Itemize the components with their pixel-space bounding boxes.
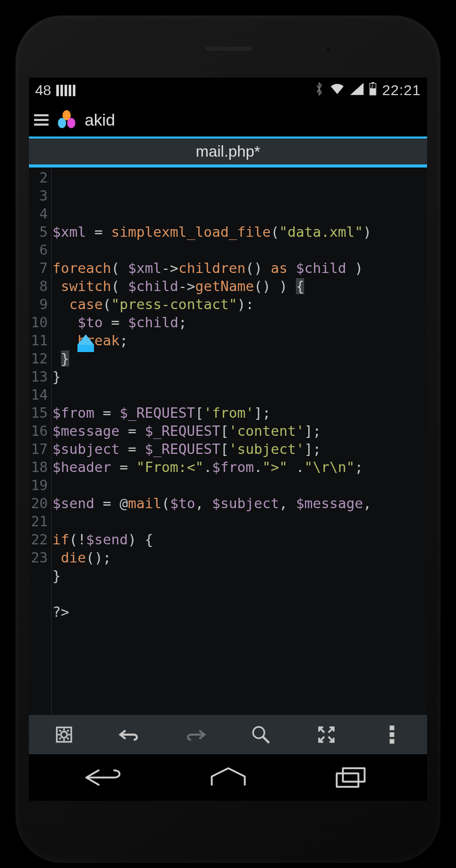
code-line[interactable]: } — [53, 368, 427, 386]
code-line[interactable]: ?> — [53, 603, 427, 621]
svg-point-5 — [67, 118, 75, 128]
home-button[interactable] — [202, 765, 254, 790]
line-number: 6 — [31, 241, 48, 259]
code-editor[interactable]: 234567891011121314151617181920212223 $xm… — [29, 167, 427, 715]
line-number-gutter: 234567891011121314151617181920212223 — [29, 167, 52, 715]
code-line[interactable]: } — [53, 349, 427, 368]
svg-rect-11 — [390, 740, 394, 743]
svg-rect-10 — [390, 733, 394, 736]
line-number: 18 — [31, 458, 48, 476]
battery-charging-icon — [369, 82, 377, 99]
code-line[interactable]: $header = "From:<".$from.">" ."\r\n"; — [53, 458, 427, 476]
status-left: 48 — [35, 82, 75, 99]
code-line[interactable]: case("press-contact"): — [53, 295, 427, 313]
status-right: 22:21 — [314, 82, 421, 100]
code-line[interactable]: $message = $_REQUEST['content']; — [53, 422, 427, 440]
code-line[interactable] — [53, 512, 427, 530]
line-number: 16 — [31, 422, 48, 440]
line-number: 19 — [31, 476, 48, 494]
line-number: 13 — [31, 368, 48, 386]
line-number: 9 — [31, 295, 48, 313]
code-line[interactable]: $to = $child; — [53, 313, 427, 331]
code-line[interactable]: break; — [53, 331, 427, 349]
line-number: 15 — [31, 404, 48, 422]
app-header: akid — [29, 103, 427, 139]
line-number: 14 — [31, 386, 48, 404]
line-number: 21 — [31, 512, 48, 530]
undo-button[interactable] — [116, 721, 144, 749]
notification-icon — [56, 85, 75, 96]
phone-speaker — [205, 47, 251, 51]
search-button[interactable] — [247, 721, 275, 749]
line-number: 2 — [31, 169, 48, 187]
line-number: 4 — [31, 205, 48, 223]
wifi-icon — [329, 82, 345, 99]
line-number: 20 — [31, 494, 48, 512]
svg-rect-12 — [337, 773, 358, 787]
line-number: 11 — [31, 331, 48, 349]
svg-point-4 — [58, 118, 66, 128]
fullscreen-button[interactable] — [312, 721, 340, 749]
svg-point-7 — [61, 732, 67, 738]
redo-button[interactable] — [181, 721, 209, 749]
code-line[interactable] — [53, 476, 427, 494]
back-button[interactable] — [80, 765, 132, 790]
code-line[interactable] — [53, 241, 427, 259]
code-line[interactable]: foreach( $xml->children() as $child ) — [53, 259, 427, 277]
line-number: 5 — [31, 223, 48, 241]
line-number: 10 — [31, 313, 48, 331]
code-line[interactable] — [53, 386, 427, 404]
code-line[interactable]: switch( $child->getName() ) { — [53, 277, 427, 295]
app-title: akid — [85, 111, 115, 130]
phone-camera — [325, 45, 332, 53]
tab-bar: mail.php* — [29, 139, 427, 167]
line-number: 22 — [31, 530, 48, 549]
notification-count: 48 — [35, 82, 51, 99]
code-line[interactable]: $from = $_REQUEST['from']; — [53, 404, 427, 422]
line-number: 12 — [31, 349, 48, 368]
screen: 48 22:21 — [29, 78, 427, 801]
code-line[interactable]: if(!$send) { — [53, 530, 427, 549]
code-line[interactable]: $send = @mail($to, $subject, $message, — [53, 494, 427, 512]
svg-rect-9 — [390, 726, 394, 729]
overflow-menu-button[interactable] — [378, 721, 406, 749]
recent-apps-button[interactable] — [325, 765, 376, 790]
settings-button[interactable] — [50, 721, 78, 749]
status-clock: 22:21 — [382, 82, 421, 99]
line-number: 23 — [31, 549, 48, 567]
line-number: 8 — [31, 277, 48, 295]
code-line[interactable]: $subject = $_REQUEST['subject']; — [53, 440, 427, 458]
file-tab[interactable]: mail.php* — [196, 143, 260, 160]
app-logo-icon — [56, 109, 77, 131]
code-line[interactable]: die(); — [53, 549, 427, 567]
code-line[interactable] — [53, 585, 427, 603]
line-number: 3 — [31, 187, 48, 205]
phone-frame: 48 22:21 — [15, 16, 441, 863]
line-number: 7 — [31, 259, 48, 277]
android-status-bar: 48 22:21 — [29, 78, 427, 103]
code-line[interactable]: $xml = simplexml_load_file("data.xml") — [53, 223, 427, 241]
code-line[interactable]: } — [53, 567, 427, 585]
code-area[interactable]: $xml = simplexml_load_file("data.xml")fo… — [52, 167, 427, 715]
svg-rect-13 — [343, 768, 365, 782]
svg-point-8 — [253, 727, 264, 738]
menu-icon[interactable] — [34, 114, 49, 126]
bluetooth-icon — [314, 82, 324, 100]
android-nav-bar — [29, 754, 427, 801]
signal-icon — [350, 82, 364, 99]
line-number: 17 — [31, 440, 48, 458]
editor-toolbar — [29, 715, 427, 754]
svg-rect-1 — [372, 82, 374, 83]
